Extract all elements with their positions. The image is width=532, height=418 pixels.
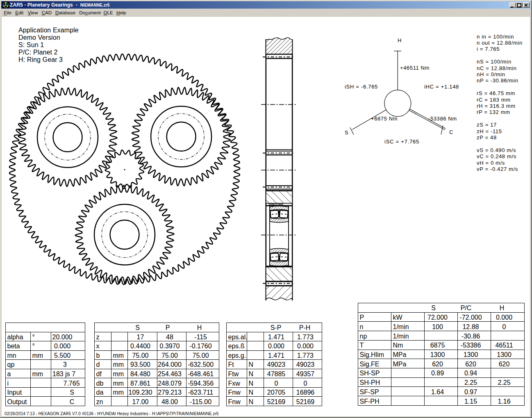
svg-text:22308 CC/W33: 22308 CC/W33 (268, 203, 284, 206)
